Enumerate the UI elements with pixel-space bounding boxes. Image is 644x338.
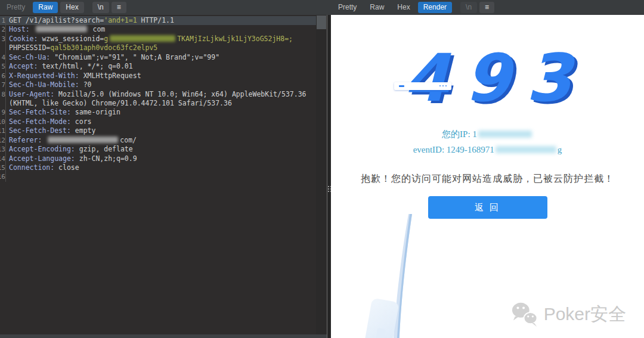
line-number	[0, 99, 5, 108]
request-line-text: Accept-Encoding: gzip, deflate	[6, 145, 133, 154]
event-id-label: eventID: 1249-168971	[413, 145, 494, 154]
line-number	[0, 44, 5, 52]
line-number: 16	[0, 172, 5, 181]
request-line-text: Sec-Fetch-Site: same-origin	[6, 108, 120, 117]
request-line[interactable]: 3Cookie: wzws_sessionid=gTKAMjIzLjkwLjk1…	[0, 35, 327, 44]
error-digit: 4	[404, 43, 450, 113]
request-line-text: Sec-Ch-Ua: "Chromium";v="91", " Not;A Br…	[6, 53, 219, 62]
request-tab-group: PrettyRawHex\n≡	[1, 2, 126, 13]
line-number: 13	[0, 145, 5, 154]
line-number: 3	[0, 35, 5, 44]
event-id-suffix: g	[558, 145, 562, 154]
request-line[interactable]: 6X-Requested-With: XMLHttpRequest	[0, 72, 327, 80]
vertical-scrollbar-thumb[interactable]	[317, 15, 326, 29]
request-line[interactable]: 13Accept-Encoding: gzip, deflate	[0, 145, 327, 154]
request-line[interactable]: 10Sec-Fetch-Mode: cors	[0, 117, 327, 126]
menu-button[interactable]: ≡	[112, 2, 126, 13]
redacted-value	[36, 26, 87, 32]
request-line-text: Connection: close	[6, 163, 79, 172]
tab-pretty[interactable]: Pretty	[1, 2, 30, 13]
line-number: 9	[0, 108, 5, 117]
line-number: 12	[0, 136, 5, 145]
line-number: 15	[0, 163, 5, 172]
line-number: 2	[0, 25, 5, 34]
request-line-text: Sec-Fetch-Mode: cors	[6, 117, 91, 126]
redacted-value	[48, 137, 118, 143]
line-number: 5	[0, 62, 5, 71]
client-ip-line: 您的IP: 1	[331, 129, 644, 140]
tab-render[interactable]: Render	[418, 2, 452, 13]
request-line-text: (KHTML, like Gecko) Chrome/91.0.4472.101…	[6, 99, 232, 108]
redacted-event-id	[496, 146, 556, 153]
error-digit: 9	[465, 43, 510, 113]
request-line-text: Host: com	[6, 25, 105, 34]
error-code-graphic: 493	[331, 43, 644, 114]
redacted-value	[110, 35, 175, 42]
request-line-text: X-Requested-With: XMLHttpRequest	[6, 72, 141, 80]
line-number: 11	[0, 126, 5, 135]
request-line[interactable]: 11Sec-Fetch-Dest: empty	[0, 126, 327, 135]
line-number: 10	[0, 117, 5, 126]
request-line-text: Accept: text/html, */*; q=0.01	[6, 62, 133, 71]
request-line-text	[6, 172, 9, 181]
request-line-text: PHPSESSID=qal5b301aph0vdoc63fc2elpv5	[6, 44, 157, 52]
newline-toggle-button[interactable]: \n	[460, 2, 477, 13]
request-line-text: Cookie: wzws_sessionid=gTKAMjIzLjkwLjk1L…	[6, 35, 293, 44]
burp-message-editor: PrettyRawHex\n≡ PrettyRawHexRender\n≡ 1G…	[0, 0, 644, 338]
editor-tab-bar: PrettyRawHex\n≡ PrettyRawHexRender\n≡	[0, 0, 644, 15]
block-message: 抱歉！您的访问可能对网站造成威胁，已被云防护拦截！	[331, 173, 644, 185]
request-line[interactable]: 8User-Agent: Mozilla/5.0 (Windows NT 10.…	[0, 90, 327, 99]
request-line[interactable]: PHPSESSID=qal5b301aph0vdoc63fc2elpv5	[0, 44, 327, 52]
tab-hex[interactable]: Hex	[60, 2, 83, 13]
request-line-text: Accept-Language: zh-CN,zh;q=0.9	[6, 154, 137, 163]
request-line-text: Sec-Fetch-Dest: empty	[6, 126, 95, 135]
request-line[interactable]: 5Accept: text/html, */*; q=0.01	[0, 62, 327, 71]
line-number: 14	[0, 154, 5, 163]
request-line-text: Referer: com/	[6, 136, 137, 145]
event-id-line: eventID: 1249-168971g	[331, 145, 644, 155]
request-line[interactable]: 9Sec-Fetch-Site: same-origin	[0, 108, 327, 117]
line-number: 1	[0, 16, 5, 25]
request-line[interactable]: 12Referer: com/	[0, 136, 327, 145]
tab-raw[interactable]: Raw	[33, 2, 58, 13]
newline-toggle-button[interactable]: \n	[92, 2, 109, 13]
line-number: 7	[0, 80, 5, 89]
request-line[interactable]: 2Host: com	[0, 25, 327, 34]
vertical-scrollbar[interactable]	[316, 15, 327, 334]
back-button[interactable]: 返 回	[428, 196, 547, 219]
rendered-response: 493 您的IP: 1 eventID: 1249-168971g 抱歉！您的访…	[331, 15, 644, 338]
tab-pretty[interactable]: Pretty	[333, 2, 362, 13]
request-line[interactable]: (KHTML, like Gecko) Chrome/91.0.4472.101…	[0, 99, 327, 108]
request-line[interactable]: 15Connection: close	[0, 163, 327, 172]
watermark-text: Poker安全	[544, 302, 626, 327]
menu-button[interactable]: ≡	[479, 2, 494, 13]
redacted-ip	[478, 131, 532, 138]
line-number: 6	[0, 72, 5, 80]
tab-raw[interactable]: Raw	[364, 2, 389, 13]
response-tab-group: PrettyRawHexRender\n≡	[333, 2, 494, 13]
request-line-text: GET /v1/apilist?search='and+1=1 HTTP/1.1	[6, 16, 174, 25]
line-number: 8	[0, 90, 5, 99]
tab-hex[interactable]: Hex	[392, 2, 415, 13]
request-line[interactable]: 1GET /v1/apilist?search='and+1=1 HTTP/1.…	[0, 16, 327, 25]
watermark: Poker安全	[510, 301, 626, 327]
request-line[interactable]: 16	[0, 172, 327, 181]
horizontal-scrollbar[interactable]	[0, 334, 327, 338]
request-line-text: Sec-Ch-Ua-Mobile: ?0	[6, 80, 91, 89]
client-ip-label: 您的IP: 1	[442, 129, 477, 139]
request-lines: 1GET /v1/apilist?search='and+1=1 HTTP/1.…	[0, 16, 327, 182]
server-box-icon	[394, 82, 451, 90]
request-line[interactable]: 14Accept-Language: zh-CN,zh;q=0.9	[0, 154, 327, 163]
request-line-text: User-Agent: Mozilla/5.0 (Windows NT 10.0…	[6, 90, 306, 99]
line-number: 4	[0, 53, 5, 62]
wechat-logo-icon	[510, 301, 539, 327]
error-digit: 3	[526, 43, 572, 113]
request-line[interactable]: 7Sec-Ch-Ua-Mobile: ?0	[0, 80, 327, 89]
request-editor[interactable]: 1GET /v1/apilist?search='and+1=1 HTTP/1.…	[0, 15, 327, 338]
pane-splitter[interactable]	[327, 15, 331, 338]
request-line[interactable]: 4Sec-Ch-Ua: "Chromium";v="91", " Not;A B…	[0, 53, 327, 62]
